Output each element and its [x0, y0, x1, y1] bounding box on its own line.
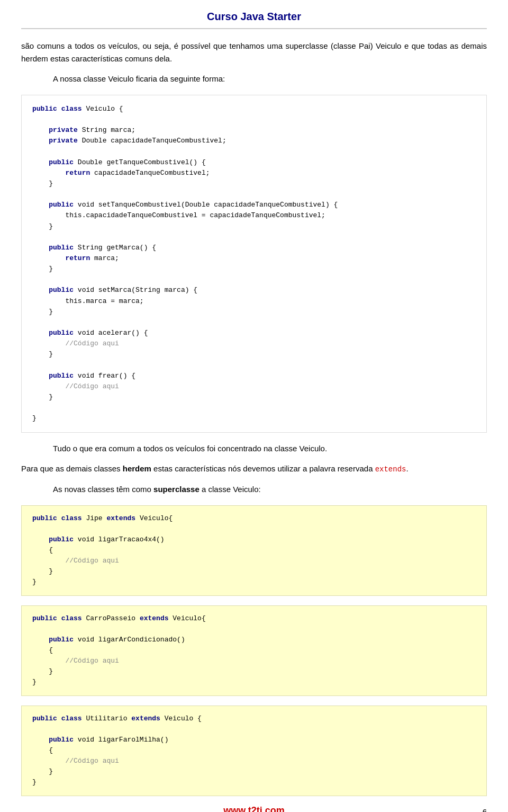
code-line-acelerar-sig: void acelerar() {: [78, 329, 148, 337]
code-kw-public7: public: [49, 372, 74, 380]
util-method-sig: void ligarFarolMilha(): [78, 736, 169, 744]
page-header: Curso Java Starter: [21, 11, 487, 29]
jipe-kw-public2: public: [49, 536, 74, 543]
code-kw-private1: private: [49, 126, 78, 134]
code-brace-class: }: [32, 414, 37, 422]
code-line-getmarca-ret: marca;: [94, 254, 119, 262]
page-number: 6: [483, 807, 487, 812]
page: Curso Java Starter são comuns a todos os…: [0, 0, 508, 812]
carro-class-name: CarroPasseio: [86, 614, 139, 622]
code-kw-return1: return: [65, 169, 90, 177]
code-comment-frear: //Código aqui: [65, 382, 119, 390]
code-kw-public5: public: [49, 286, 74, 294]
jipe-brace-close: }: [49, 567, 53, 575]
code-kw-public3: public: [49, 201, 74, 209]
jipe-class-close: }: [32, 578, 37, 586]
util-class-close: }: [32, 778, 37, 786]
code-line-setter-this: this.capacidadeTanqueCombustivel = capac…: [65, 211, 325, 219]
jipe-kw-class: class: [61, 514, 82, 522]
code-line-frear-sig: void frear() {: [78, 372, 135, 380]
carro-kw-extends: extends: [140, 614, 169, 622]
paragraph-4: Para que as demais classes herdem estas …: [21, 462, 487, 475]
carro-kw-public2: public: [49, 636, 74, 644]
code-line-setmarca-this: this.marca = marca;: [65, 297, 143, 305]
page-footer: www.t2ti.com: [0, 805, 508, 812]
util-kw-extends: extends: [131, 715, 160, 722]
code-comment-acelerar: //Código aqui: [65, 340, 119, 347]
paragraph-4-start: Para que as demais classes: [21, 464, 123, 473]
code-line-double: Double capacidadeTanqueCombustivel;: [82, 137, 226, 145]
paragraph-2-text: A nossa classe Veiculo ficaria da seguin…: [53, 74, 225, 83]
code-line-setter-sig: void setTanqueCombustivel(Double capacid…: [78, 201, 338, 209]
code-block-utilitario: public class Utilitario extends Veiculo …: [21, 706, 487, 796]
code-brace4: }: [49, 308, 53, 316]
jipe-brace-open: {: [49, 546, 53, 554]
code-kw-public2: public: [49, 158, 74, 166]
util-kw-class: class: [61, 715, 82, 722]
paragraph-4-end: estas características nós devemos utiliz…: [151, 464, 375, 473]
carro-brace-close: }: [49, 667, 53, 675]
code-kw-private2: private: [49, 137, 78, 145]
util-class-name: Utilitario: [86, 715, 131, 722]
code-block-carropasseio: public class CarroPasseio extends Veicul…: [21, 605, 487, 696]
util-kw-public: public: [32, 715, 57, 722]
util-comment: //Código aqui: [65, 757, 119, 765]
code-kw-public4: public: [49, 244, 74, 252]
carro-kw-public: public: [32, 614, 57, 622]
code-block-jipe: public class Jipe extends Veiculo{ publi…: [21, 505, 487, 596]
carro-kw-class: class: [61, 614, 82, 622]
util-brace-close: }: [49, 768, 53, 775]
paragraph-3: Tudo o que era comum a todos os veículos…: [53, 442, 487, 455]
code-brace6: }: [49, 393, 53, 401]
carro-brace-open: {: [49, 646, 53, 654]
util-extends-veiculo: Veiculo {: [165, 715, 202, 722]
paragraph-2: A nossa classe Veiculo ficaria da seguin…: [53, 73, 487, 85]
paragraph-1: são comuns a todos os veículos, ou seja,…: [21, 40, 487, 65]
paragraph-4-code: extends: [375, 465, 406, 474]
paragraph-3-text: Tudo o que era comum a todos os veículos…: [53, 444, 327, 453]
carro-comment: //Código aqui: [65, 657, 119, 665]
paragraph-4-bold: herdem: [123, 464, 151, 473]
jipe-kw-extends: extends: [106, 514, 135, 522]
code-line-getter-sig: Double getTanqueCombustivel() {: [78, 158, 206, 166]
jipe-kw-public: public: [32, 514, 57, 522]
code-class-name: Veiculo {: [86, 105, 123, 113]
code-kw-return2: return: [65, 254, 90, 262]
jipe-class-name: Jipe: [86, 514, 106, 522]
code-block-veiculo: public class Veiculo { private String ma…: [21, 95, 487, 433]
footer-url[interactable]: www.t2ti.com: [223, 805, 284, 812]
code-brace1: }: [49, 180, 53, 188]
code-line-marca: String marca;: [82, 126, 135, 134]
paragraph-1-text: são comuns a todos os veículos, ou seja,…: [21, 41, 487, 63]
code-kw-public6: public: [49, 329, 74, 337]
paragraph-5: As novas classes têm como superclasse a …: [53, 483, 487, 496]
code-kw-public: public: [32, 105, 57, 113]
code-brace2: }: [49, 222, 53, 230]
carro-class-close: }: [32, 678, 37, 686]
code-brace3: }: [49, 265, 53, 273]
util-brace-open: {: [49, 746, 53, 754]
jipe-extends-veiculo: Veiculo{: [140, 514, 173, 522]
util-kw-public2: public: [49, 736, 74, 744]
code-line-getter-ret: capacidadeTanqueCombustivel;: [94, 169, 210, 177]
carro-method-sig: void ligarArCondicionado(): [78, 636, 185, 644]
code-line-setmarca-sig: void setMarca(String marca) {: [78, 286, 197, 294]
code-kw-class: class: [61, 105, 82, 113]
paragraph-5-text: As novas classes têm como superclasse a …: [53, 485, 261, 494]
page-title: Curso Java Starter: [207, 11, 301, 22]
paragraph-4-period: .: [406, 464, 408, 473]
code-brace5: }: [49, 350, 53, 358]
jipe-comment: //Código aqui: [65, 557, 119, 565]
carro-extends-veiculo: Veiculo{: [173, 614, 205, 622]
code-line-getmarca-sig: String getMarca() {: [78, 244, 156, 252]
jipe-method-sig: void ligarTracao4x4(): [78, 536, 165, 543]
